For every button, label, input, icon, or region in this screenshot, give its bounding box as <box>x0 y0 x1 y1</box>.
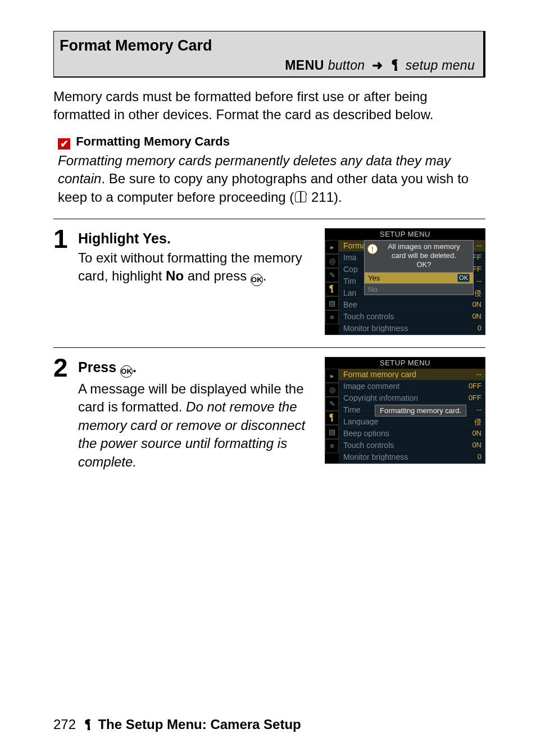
tab-wrench-icon <box>325 282 339 296</box>
footer-title: The Setup Menu: Camera Setup <box>98 717 301 732</box>
menu-row: Format memory card-- <box>339 369 485 381</box>
warning-icon: ! <box>367 244 378 254</box>
intro-paragraph: Memory cards must be formatted before fi… <box>53 88 485 124</box>
ok-button-icon: OK <box>120 365 133 378</box>
camera-screenshot-2: SETUP MENU ▸ ◎ ✎ ▨ ≡ Format memory card-… <box>325 357 485 464</box>
page-number: 272 <box>53 717 76 732</box>
menu-row: Monitor brightness0 <box>339 451 485 463</box>
tab-pencil-icon: ✎ <box>325 268 339 282</box>
arrow-icon: ➜ <box>372 58 383 73</box>
tab-camera-icon: ◎ <box>325 383 339 397</box>
step-2: 2 Press OK. A message will be displayed … <box>53 354 485 471</box>
dialog-option-yes[interactable]: Yes OK <box>365 272 473 283</box>
menu-row: Image comment0FF <box>339 381 485 392</box>
camera-screenshot-1: SETUP MENU ▸ ◎ ✎ ▨ ≡ Format memory card-… <box>325 228 485 335</box>
menu-row: Copyright information0FF <box>339 392 485 404</box>
ok-button-icon: OK <box>251 274 263 286</box>
step-1: 1 Highlight Yes. To exit without formatt… <box>53 225 485 335</box>
tab-camera-icon: ◎ <box>325 254 339 268</box>
tab-retouch-icon: ▨ <box>325 425 339 439</box>
step-number: 2 <box>53 354 78 381</box>
menu-dest: setup menu <box>406 58 475 73</box>
tab-wrench-icon <box>325 411 339 425</box>
separator <box>53 347 485 348</box>
tab-retouch-icon: ▨ <box>325 296 339 310</box>
ok-badge-icon: OK <box>457 274 470 282</box>
callout-body: Formatting memory cards permanently dele… <box>58 152 485 206</box>
menu-button-label: MENU <box>285 58 324 73</box>
camera-tabs: ▸ ◎ ✎ ▨ ≡ <box>325 369 339 463</box>
camera-menu-title: SETUP MENU <box>325 229 485 240</box>
camera-menu-title: SETUP MENU <box>325 357 485 369</box>
menu-row: Monitor brightness0 <box>339 323 485 334</box>
section-title: Format Memory Card <box>60 37 475 55</box>
menu-row: Touch controls0N <box>339 440 485 451</box>
step-body: To exit without formatting the memory ca… <box>78 249 319 286</box>
tab-pencil-icon: ✎ <box>325 397 339 411</box>
callout-heading: Formatting Memory Cards <box>76 134 230 148</box>
separator <box>53 219 485 219</box>
menu-row: Touch controls0N <box>339 311 485 323</box>
wrench-icon <box>390 58 402 73</box>
menu-row: Language侵 <box>339 416 485 428</box>
warning-check-icon: ✔ <box>58 138 70 150</box>
menu-path: MENU button ➜ setup menu <box>60 58 475 73</box>
tab-play-icon: ▸ <box>325 369 339 383</box>
menu-button-word: button <box>328 58 365 73</box>
camera-rows: Format memory card-- Image comment0FF Co… <box>339 369 485 463</box>
dialog-message: ! All images on memory card will be dele… <box>365 241 473 272</box>
step-number: 1 <box>53 225 78 252</box>
callout-block: ✔ Formatting Memory Cards Formatting mem… <box>53 134 485 206</box>
menu-row: Bee0N <box>339 299 485 311</box>
menu-row: Beep options0N <box>339 428 485 440</box>
page-footer: 272 The Setup Menu: Camera Setup <box>53 717 301 732</box>
step-heading: Highlight Yes. <box>78 230 319 247</box>
camera-rows: Format memory card-- Ima0FF Cop0FF Tim--… <box>339 240 485 334</box>
camera-tabs: ▸ ◎ ✎ ▨ ≡ <box>325 240 339 334</box>
tab-recent-icon: ≡ <box>325 439 339 453</box>
wrench-icon <box>83 718 94 732</box>
step-heading: Press OK. <box>78 359 319 378</box>
tab-play-icon: ▸ <box>325 240 339 254</box>
tab-recent-icon: ≡ <box>325 310 339 324</box>
section-title-box: Format Memory Card MENU button ➜ setup m… <box>53 31 485 78</box>
formatting-overlay: Formatting memory card. <box>375 405 466 417</box>
step-body: A message will be displayed while the ca… <box>78 380 319 471</box>
dialog-option-no[interactable]: No <box>365 283 473 295</box>
book-icon <box>295 194 306 202</box>
confirm-dialog: ! All images on memory card will be dele… <box>364 240 474 295</box>
